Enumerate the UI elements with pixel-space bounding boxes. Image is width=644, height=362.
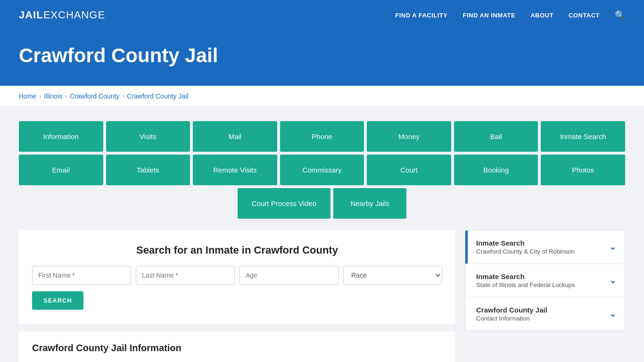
first-name-input[interactable] (32, 266, 131, 285)
main-nav: FIND A FACILITY FIND AN INMATE ABOUT CON… (395, 10, 625, 20)
btn-booking[interactable]: Booking (454, 155, 538, 185)
info-section: Crawford County Jail Information (19, 331, 455, 362)
search-fields: Race White Black Hispanic Asian Other (32, 266, 442, 285)
search-panel-title: Search for an Inmate in Crawford County (32, 244, 442, 256)
logo-exchange: EXCHANGE (43, 9, 105, 21)
left-panel: Search for an Inmate in Crawford County … (19, 230, 455, 362)
sidebar-card: Inmate Search Crawford County & City of … (465, 230, 625, 331)
nav-find-inmate[interactable]: FIND AN INMATE (462, 12, 515, 19)
search-icon[interactable]: 🔍 (615, 10, 625, 20)
button-grid-row1: Information Visits Mail Phone Money Bail… (19, 121, 625, 152)
btn-tablets[interactable]: Tablets (106, 155, 190, 185)
breadcrumb-crawford-county[interactable]: Crawford County (70, 92, 119, 100)
breadcrumb-sep-3: › (122, 93, 124, 99)
sidebar-item-contact-info[interactable]: Crawford County Jail Contact Information… (465, 297, 625, 330)
chevron-down-icon-3: ⌄ (609, 309, 616, 319)
logo[interactable]: JAILEXCHANGE (19, 9, 105, 21)
btn-phone[interactable]: Phone (280, 121, 364, 152)
sidebar-item-sub-1: Crawford County & City of Robinson (476, 248, 575, 255)
btn-nearby-jails[interactable]: Nearby Jails (333, 188, 406, 219)
btn-remote-visits[interactable]: Remote Visits (193, 155, 277, 185)
nav-find-facility[interactable]: FIND A FACILITY (395, 12, 447, 19)
btn-commissary[interactable]: Commissary (280, 155, 364, 185)
nav-contact[interactable]: CONTACT (569, 12, 600, 19)
inmate-search-panel: Search for an Inmate in Crawford County … (19, 230, 455, 324)
sidebar-item-inmate-search-illinois[interactable]: Inmate Search State of Illinois and Fede… (465, 264, 625, 297)
sidebar-item-inmate-search-crawford[interactable]: Inmate Search Crawford County & City of … (465, 230, 625, 264)
sidebar-item-text-3: Crawford County Jail Contact Information (476, 306, 547, 322)
search-button[interactable]: SEARCH (32, 291, 83, 310)
breadcrumb-sep-2: › (65, 93, 67, 99)
sidebar-item-sub-3: Contact Information (476, 315, 547, 322)
btn-bail[interactable]: Bail (454, 121, 538, 152)
btn-information[interactable]: Information (19, 121, 103, 152)
sidebar-item-title-3: Crawford County Jail (476, 306, 547, 314)
main-content: Information Visits Mail Phone Money Bail… (0, 107, 644, 362)
nav-about[interactable]: ABOUT (530, 12, 553, 19)
breadcrumb-illinois[interactable]: Illinois (44, 92, 62, 100)
sidebar-item-title-2: Inmate Search (476, 272, 575, 280)
last-name-input[interactable] (136, 266, 235, 285)
page-title: Crawford County Jail (19, 44, 625, 67)
logo-jail: JAIL (19, 9, 43, 21)
chevron-down-icon-2: ⌄ (609, 275, 616, 286)
button-grid-row2: Email Tablets Remote Visits Commissary C… (19, 155, 625, 185)
content-area: Search for an Inmate in Crawford County … (19, 230, 625, 362)
chevron-down-icon-1: ⌄ (609, 242, 616, 252)
btn-court-process-video[interactable]: Court Process Video (238, 188, 330, 219)
btn-photos[interactable]: Photos (541, 155, 625, 185)
breadcrumb-home[interactable]: Home (19, 92, 36, 100)
btn-visits[interactable]: Visits (106, 121, 190, 152)
breadcrumb-current[interactable]: Crawford County Jail (127, 92, 188, 100)
sidebar-item-sub-2: State of Illinois and Federal Lockups (476, 281, 575, 288)
sidebar-item-text-1: Inmate Search Crawford County & City of … (476, 239, 575, 255)
sidebar: Inmate Search Crawford County & City of … (465, 230, 625, 331)
breadcrumb-sep-1: › (39, 93, 41, 99)
btn-inmate-search[interactable]: Inmate Search (541, 121, 625, 152)
breadcrumb-bar: Home › Illinois › Crawford County › Craw… (0, 86, 644, 107)
btn-email[interactable]: Email (19, 155, 103, 185)
sidebar-item-title-1: Inmate Search (476, 239, 575, 247)
button-grid-row3: Court Process Video Nearby Jails (19, 188, 625, 219)
age-input[interactable] (239, 266, 339, 285)
btn-mail[interactable]: Mail (193, 121, 277, 152)
hero-section: Crawford County Jail (0, 30, 644, 86)
sidebar-item-text-2: Inmate Search State of Illinois and Fede… (476, 272, 575, 288)
race-select[interactable]: Race White Black Hispanic Asian Other (343, 266, 442, 285)
btn-money[interactable]: Money (367, 121, 451, 152)
info-title: Crawford County Jail Information (32, 343, 442, 354)
breadcrumb: Home › Illinois › Crawford County › Craw… (19, 92, 625, 100)
header: JAILEXCHANGE FIND A FACILITY FIND AN INM… (0, 0, 644, 30)
btn-court[interactable]: Court (367, 155, 451, 185)
